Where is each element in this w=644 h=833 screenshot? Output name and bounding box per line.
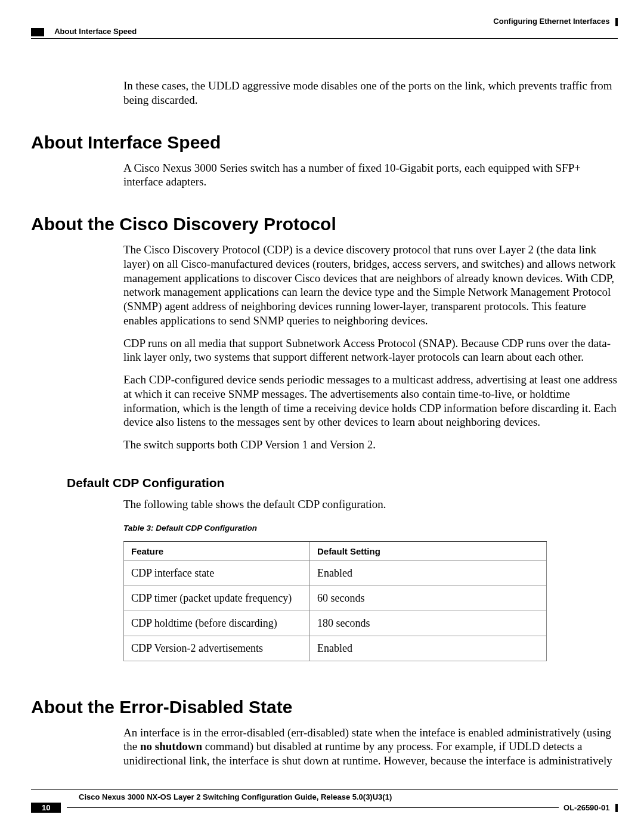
col-default-setting: Default Setting bbox=[309, 541, 546, 561]
col-feature: Feature bbox=[124, 541, 310, 561]
cell-setting: 180 seconds bbox=[309, 611, 546, 636]
table-caption: Table 3: Default CDP Configuration bbox=[123, 524, 618, 532]
footer-docnum-text: OL-26590-01 bbox=[564, 803, 609, 812]
footer-vbar-icon bbox=[615, 804, 618, 812]
para-default-cdp-intro: The following table shows the default CD… bbox=[123, 497, 618, 512]
header-chapter-text: Configuring Ethernet Interfaces bbox=[493, 17, 609, 26]
para-cdp-4: The switch supports both CDP Version 1 a… bbox=[123, 438, 618, 452]
intro-paragraph: In these cases, the UDLD aggressive mode… bbox=[123, 79, 618, 107]
para-cdp-2: CDP runs on all media that support Subne… bbox=[123, 336, 618, 365]
footer-line-icon bbox=[67, 807, 559, 808]
table-row: CDP interface state Enabled bbox=[124, 561, 547, 586]
footer: Cisco Nexus 3000 NX-OS Layer 2 Switching… bbox=[31, 789, 618, 813]
header-block-icon bbox=[31, 28, 44, 36]
table-row: CDP Version-2 advertisements Enabled bbox=[124, 636, 547, 661]
heading-interface-speed: About Interface Speed bbox=[31, 132, 618, 153]
table-header-row: Feature Default Setting bbox=[124, 541, 547, 561]
content-area: In these cases, the UDLD aggressive mode… bbox=[31, 79, 618, 776]
table-row: CDP holdtime (before discarding) 180 sec… bbox=[124, 611, 547, 636]
para-err-disabled: An interface is in the error-disabled (e… bbox=[123, 726, 618, 768]
header-vbar-icon bbox=[615, 18, 618, 26]
cell-setting: Enabled bbox=[309, 636, 546, 661]
cell-feature: CDP holdtime (before discarding) bbox=[124, 611, 310, 636]
page-number: 10 bbox=[31, 803, 61, 813]
cell-setting: 60 seconds bbox=[309, 586, 546, 611]
cdp-default-table: Feature Default Setting CDP interface st… bbox=[123, 541, 547, 661]
header-section-text: About Interface Speed bbox=[54, 27, 137, 36]
footer-title: Cisco Nexus 3000 NX-OS Layer 2 Switching… bbox=[79, 792, 618, 801]
no-shutdown-command: no shutdown bbox=[140, 740, 202, 753]
cell-feature: CDP Version-2 advertisements bbox=[124, 636, 310, 661]
heading-cdp: About the Cisco Discovery Protocol bbox=[31, 214, 618, 234]
footer-docnum: OL-26590-01 bbox=[564, 803, 618, 813]
heading-err-disabled: About the Error-Disabled State bbox=[31, 697, 618, 717]
heading-default-cdp: Default CDP Configuration bbox=[67, 476, 618, 490]
para-interface-speed: A Cisco Nexus 3000 Series switch has a n… bbox=[123, 161, 618, 190]
cell-feature: CDP timer (packet update frequency) bbox=[124, 586, 310, 611]
document-page: Configuring Ethernet Interfaces About In… bbox=[0, 0, 644, 833]
cell-setting: Enabled bbox=[309, 561, 546, 586]
header-rule bbox=[31, 38, 618, 39]
header-chapter: Configuring Ethernet Interfaces bbox=[493, 17, 618, 26]
para-cdp-3: Each CDP-configured device sends periodi… bbox=[123, 373, 618, 429]
header-section: About Interface Speed bbox=[31, 27, 137, 36]
table-row: CDP timer (packet update frequency) 60 s… bbox=[124, 586, 547, 611]
cell-feature: CDP interface state bbox=[124, 561, 310, 586]
footer-rule bbox=[31, 789, 618, 790]
footer-bar: 10 OL-26590-01 bbox=[31, 803, 618, 813]
para-cdp-1: The Cisco Discovery Protocol (CDP) is a … bbox=[123, 243, 618, 328]
